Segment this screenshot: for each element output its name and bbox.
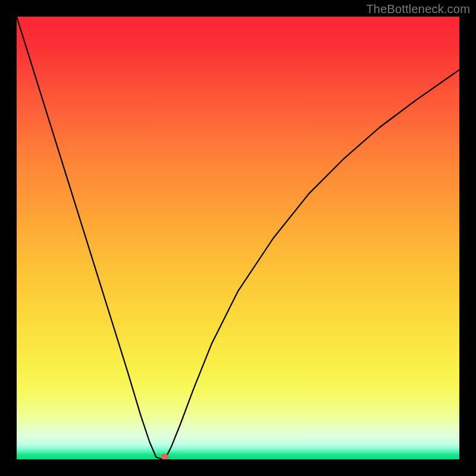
- bottleneck-curve: [17, 17, 459, 459]
- watermark-text: TheBottleneck.com: [366, 2, 470, 16]
- curve-path: [17, 17, 459, 459]
- chart-frame: TheBottleneck.com: [0, 0, 476, 476]
- optimal-point-marker: [161, 454, 169, 459]
- plot-area: [17, 17, 459, 459]
